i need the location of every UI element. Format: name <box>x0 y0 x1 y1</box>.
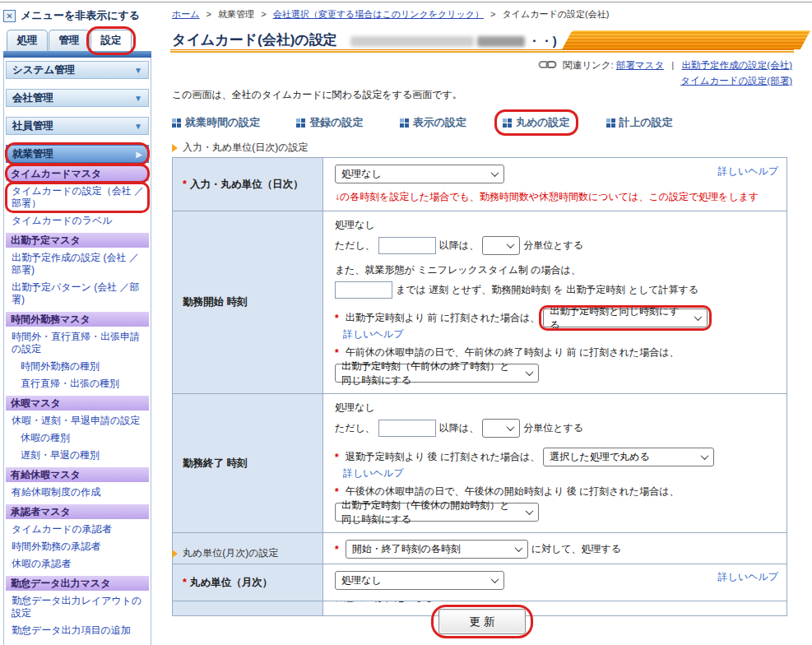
accordion-system-kanri[interactable]: システム管理 ▼ <box>6 61 149 79</box>
row-label: 勤務開始 時刻 <box>183 296 247 308</box>
redacted-company-name <box>477 36 525 47</box>
group-header-jikangai-master[interactable]: 時間外勤務マスタ <box>6 312 149 327</box>
chevron-down-icon <box>694 313 703 321</box>
sidebar-item-jikangai-shinsei[interactable]: 時間外・直行直帰・出張申請の設定 <box>5 328 150 358</box>
tab-hyouji[interactable]: 表示の設定 <box>400 115 466 130</box>
related-links: 関連リンク: 部署マスタ | 出勤予定作成の設定(会社) タイムカードの設定(部… <box>538 58 792 89</box>
sidebar-item-kyuka-shubetsu[interactable]: 休暇の種別 <box>5 429 150 447</box>
before-schedule-select[interactable]: 出勤予定時刻と同じ時刻にする <box>543 309 708 327</box>
chevron-down-icon <box>701 452 709 460</box>
update-button[interactable]: 更 新 <box>438 609 526 634</box>
sidebar-item-timecard-shoninsha[interactable]: タイムカードの承認者 <box>5 521 150 538</box>
tab-settei[interactable]: 設定 <box>90 30 132 51</box>
triangle-right-icon <box>172 144 178 152</box>
tab-shori[interactable]: 処理 <box>7 30 48 51</box>
accordion-shain-kanri[interactable]: 社員管理 ▼ <box>6 117 149 135</box>
sidebar-item-timecard-settings[interactable]: タイムカードの設定（会社 ／部署） <box>5 183 150 212</box>
help-link[interactable]: 詳しいヘルプ <box>718 165 778 179</box>
table-row: *丸め単位（月次） 処理なし 詳しいヘルプ <box>173 564 787 601</box>
title-underline <box>170 49 794 53</box>
start-threshold-input[interactable] <box>378 237 436 254</box>
pm-leave-after-select[interactable]: 出勤予定時刻（午後休の開始時刻）と同じ時刻にする <box>335 503 539 522</box>
breadcrumb: ホーム > 就業管理 > 会社選択（変更する場合はこのリンクをクリック） > タ… <box>172 8 609 21</box>
breadcrumb-current: タイムカードの設定(会社) <box>503 9 610 19</box>
sidebar-item-output-layout[interactable]: 勤怠データ出力レイアウトの設定 <box>5 592 150 622</box>
chevron-down-icon <box>526 507 534 515</box>
monthly-unit-select[interactable]: 処理なし <box>335 571 504 590</box>
help-link[interactable]: 詳しいヘルプ <box>343 466 403 480</box>
title-gold-band <box>562 30 811 49</box>
chevron-down-icon <box>526 368 534 376</box>
tab-shugyo-jikan[interactable]: 就業時間の設定 <box>172 115 260 130</box>
redacted-company-name <box>350 36 474 47</box>
daily-unit-note: ↓の各時刻を設定した場合でも、勤務時間数や休憩時間数については、この設定で処理を… <box>335 190 778 204</box>
sidebar-item-yotei-pattern[interactable]: 出勤予定パターン (会社 ／部署) <box>5 279 150 309</box>
group-header-kintai-output-master[interactable]: 勤怠データ出力マスタ <box>6 576 149 591</box>
chevron-down-icon: ▼ <box>134 94 142 103</box>
page: ✕ メニューを非表示にする 処理 管理 設定 システム管理 ▼ 会社管理 ▼ 社… <box>0 0 812 645</box>
break-target-select[interactable]: 開始・終了時刻の各時刻 <box>346 540 528 559</box>
after-schedule-select[interactable]: 選択した処理で丸める <box>543 448 714 466</box>
grid-icon <box>400 118 409 128</box>
sidebar-item-jikangai-shubetsu[interactable]: 時間外勤務の種別 <box>5 358 150 375</box>
hide-menu-toggle[interactable]: ✕ メニューを非表示にする <box>3 7 153 25</box>
tab-marume[interactable]: 丸めの設定 <box>503 115 570 130</box>
tab-keijou[interactable]: 計上の設定 <box>606 115 673 130</box>
grid-icon <box>172 118 181 128</box>
accordion-shugyo-kanri[interactable]: 就業管理 ▶ <box>6 145 149 163</box>
sidebar-tabs: 処理 管理 設定 <box>3 30 153 51</box>
tab-touroku[interactable]: 登録の設定 <box>296 115 363 130</box>
page-title: タイムカード(会社)の設定 <box>170 30 337 49</box>
group-header-yukyu-master[interactable]: 有給休暇マスタ <box>6 467 149 482</box>
table-row: 勤務開始 時刻 処理なし ただし、 以降は、 分単位とする また、就業形態が ミ… <box>173 211 787 394</box>
related-link-busho-master[interactable]: 部署マスタ <box>616 60 664 70</box>
sidebar-item-kyuka-shinsei[interactable]: 休暇・遅刻・早退申請の設定 <box>5 412 150 429</box>
tab-kanri[interactable]: 管理 <box>49 30 90 51</box>
row-label: 入力・丸め単位（日次） <box>190 179 304 190</box>
row-label-cell: *丸め単位（月次） <box>173 564 323 601</box>
help-link[interactable]: 詳しいヘルプ <box>343 327 403 341</box>
sidebar-item-output-komoku[interactable]: 勤怠データ出力項目の追加 <box>5 622 150 639</box>
start-minute-unit-select[interactable] <box>482 236 520 255</box>
chevron-down-icon <box>491 169 499 177</box>
breadcrumb-company-select[interactable]: 会社選択（変更する場合はこのリンクをクリック） <box>273 9 484 19</box>
sidebar-item-chokko-shubetsu[interactable]: 直行直帰・出張の種別 <box>5 375 150 392</box>
miniflex-time-input[interactable] <box>335 281 392 299</box>
group-header-shoninsha-master[interactable]: 承認者マスタ <box>6 504 149 519</box>
group-header-kyuka-master[interactable]: 休暇マスタ <box>6 396 149 411</box>
sidebar-item-yukyu-seido[interactable]: 有給休暇制度の作成 <box>5 484 150 501</box>
end-threshold-input[interactable] <box>378 420 436 437</box>
related-link-yotei-sakusei[interactable]: 出勤予定作成の設定(会社) <box>682 60 792 70</box>
row-label-cell: *入力・丸め単位（日次） <box>173 158 323 211</box>
daily-unit-select[interactable]: 処理なし <box>335 165 504 183</box>
related-link-timecard-busho[interactable]: タイムカードの設定(部署) <box>680 76 792 86</box>
row-label-cell: 勤務開始 時刻 <box>173 211 323 394</box>
monthly-section-header: 丸め単位(月次)の設定 <box>172 546 279 560</box>
tabs-underbar <box>3 51 151 58</box>
collapse-menu-icon: ✕ <box>3 10 16 22</box>
sidebar-item-jikangai-shoninsha[interactable]: 時間外勤務の承認者 <box>5 538 150 555</box>
chevron-down-icon: ▼ <box>134 122 142 131</box>
accordion-kaisha-kanri[interactable]: 会社管理 ▼ <box>6 89 149 107</box>
am-leave-before-select[interactable]: 出勤予定時刻（午前休の終了時刻）と同じ時刻にする <box>335 364 539 383</box>
sidebar-item-timecard-label[interactable]: タイムカードのラベル <box>5 212 150 230</box>
breadcrumb-home[interactable]: ホーム <box>172 9 200 19</box>
table-row: *入力・丸め単位（日次） 処理なし ↓の各時刻を設定した場合でも、勤務時間数や休… <box>173 158 787 211</box>
link-chain-icon <box>538 60 557 69</box>
table-row: 勤務終了 時刻 処理なし ただし、 以降は、 分単位とする * 退勤予定時刻より… <box>173 394 787 533</box>
sidebar-item-yotei-sakusei[interactable]: 出勤予定作成の設定 (会社 ／部署) <box>5 249 150 279</box>
sidebar-item-kyuka-shoninsha[interactable]: 休暇の承認者 <box>5 555 150 573</box>
sidebar: ✕ メニューを非表示にする 処理 管理 設定 システム管理 ▼ 会社管理 ▼ 社… <box>3 7 153 645</box>
group-header-shukkin-yotei-master[interactable]: 出勤予定マスタ <box>6 233 149 248</box>
row-label-cell: 勤務終了 時刻 <box>173 394 323 533</box>
end-minute-unit-select[interactable] <box>482 419 520 438</box>
chevron-down-icon <box>507 240 515 248</box>
group-header-timecard-master[interactable]: タイムカードマスタ <box>6 166 149 181</box>
help-link[interactable]: 詳しいヘルプ <box>718 570 778 584</box>
row-label: 勤務終了 時刻 <box>183 457 247 469</box>
sidebar-item-chikoku-shubetsu[interactable]: 遅刻・早退の種別 <box>5 447 150 464</box>
grid-icon <box>606 118 615 128</box>
annotation-ellipse <box>431 605 533 638</box>
title-row: タイムカード(会社)の設定 ・・) <box>170 28 794 49</box>
chevron-right-icon: ▶ <box>136 150 142 159</box>
